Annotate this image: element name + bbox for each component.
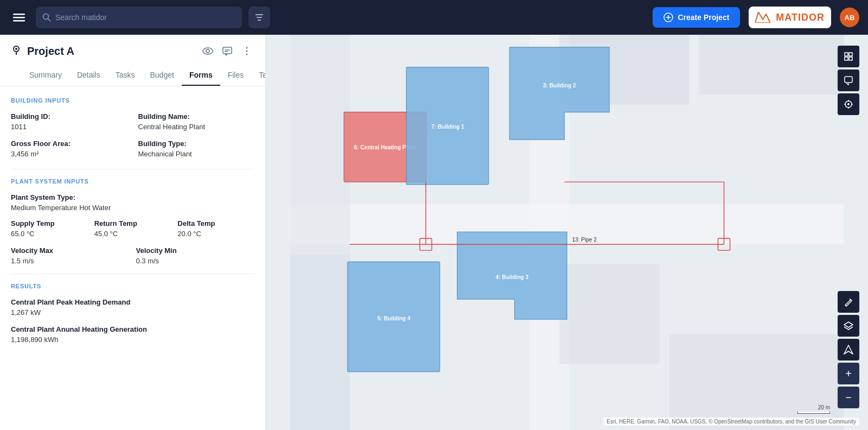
svg-point-22 [246,54,248,55]
logo-text: MATIDOR [776,12,825,23]
map-navigate-button[interactable] [838,339,859,361]
svg-rect-28 [699,35,844,94]
create-project-button[interactable]: Create Project [653,7,740,28]
svg-rect-2 [13,20,25,22]
svg-line-4 [48,19,51,22]
project-name: Project A [27,45,195,58]
tab-details[interactable]: Details [69,65,108,86]
peak-heating-value: 1,267 kW [11,308,254,317]
plant-system-inputs-label: PLANT SYSTEM INPUTS [11,178,254,185]
supply-temp-field: Supply Temp 65.0 °C [11,219,88,238]
building-name-field: Building Name: Central Heating Plant [138,112,255,131]
building-name-value: Central Heating Plant [138,123,255,131]
plant-system-type-label: Plant System Type: [11,193,254,201]
divider-1 [11,169,254,169]
building-id-value: 1011 [11,123,127,131]
plant-system-type-value: Medium Temperature Hot Water [11,204,254,212]
plant-system-type-field: Plant System Type: Medium Temperature Ho… [11,193,254,212]
nav-right: Create Project MATIDOR AB [653,7,859,28]
peak-heating-item: Central Plant Peak Heating Demand 1,267 … [11,298,254,317]
vel-grid: Velocity Max 1.5 m/s Velocity Min 0.3 m/… [11,246,254,265]
hamburger-button[interactable] [9,7,29,28]
svg-rect-31 [290,254,350,430]
building-type-field: Building Type: Mechanical Plant [138,140,255,158]
building-id-field: Building ID: 1011 [11,112,127,131]
map-comment-button[interactable] [838,69,859,91]
filter-icon [254,12,264,22]
scale-label: 20 m [818,404,830,410]
map-controls-top [838,46,859,115]
svg-text:7: Building 1: 7: Building 1 [431,124,464,130]
map-zoom-extent-button[interactable] [838,46,859,67]
velocity-max-value: 1.5 m/s [11,257,130,265]
more-options-button[interactable] [239,43,254,59]
results-label: RESULTS [11,283,254,289]
collapse-sidebar-button[interactable] [265,62,266,94]
filter-button[interactable] [248,7,270,28]
annual-heating-item: Central Plant Anunal Heating Generation … [11,325,254,344]
map-locate-button[interactable] [838,93,859,115]
svg-text:4: Building 3: 4: Building 3 [496,274,529,280]
map-layers-button[interactable] [838,315,859,337]
velocity-min-label: Velocity Min [136,246,255,255]
tab-summary[interactable]: Summary [22,65,69,86]
tab-forms[interactable]: Forms [182,65,220,86]
matidor-logo-icon [755,12,770,23]
svg-point-15 [203,48,213,54]
return-temp-label: Return Temp [94,219,171,227]
sidebar-content: BUILDING INPUTS Building ID: 1011 Buildi… [0,86,265,430]
svg-rect-54 [845,77,852,83]
svg-text:3: Building 2: 3: Building 2 [543,83,576,88]
svg-rect-51 [849,53,852,56]
building-name-label: Building Name: [138,112,255,121]
return-temp-field: Return Temp 45.0 °C [94,219,171,238]
svg-rect-53 [849,57,852,60]
map-zoom-out-button[interactable]: − [838,387,859,408]
eye-button[interactable] [200,43,215,59]
building-type-label: Building Type: [138,140,255,148]
svg-rect-1 [13,17,25,18]
scale-bar-line [797,412,830,414]
project-actions [200,43,254,59]
tab-files[interactable]: Files [220,65,252,86]
return-temp-value: 45.0 °C [94,230,171,238]
gross-floor-area-label: Gross Floor Area: [11,140,127,148]
main-content: Project A [0,35,868,430]
svg-point-16 [206,49,209,53]
delta-temp-label: Delta Temp [177,219,254,227]
tab-tasks[interactable]: Tasks [108,65,143,86]
divider-2 [11,274,254,274]
plus-cursor-icon [663,12,673,22]
sidebar-panel: Project A [0,35,266,430]
annual-heating-value: 1,198,890 kWh [11,336,254,344]
gross-floor-area-field: Gross Floor Area: 3,456 m² [11,140,127,158]
map-edit-button[interactable] [838,291,859,313]
peak-heating-label: Central Plant Peak Heating Demand [11,298,254,306]
map-scale-bar: 20 m [797,404,830,414]
svg-text:13: Pipe 2: 13: Pipe 2 [572,237,597,243]
search-input[interactable] [55,13,235,22]
pin-icon [11,45,22,58]
map-zoom-in-button[interactable]: + [838,363,859,384]
tabs: Summary Details Tasks Budget Forms Files… [11,65,254,86]
tab-team[interactable]: Team [251,65,266,86]
svg-rect-29 [559,264,659,364]
velocity-min-value: 0.3 m/s [136,257,255,265]
svg-point-21 [246,50,248,52]
map-attribution: Esri, HERE, Garmin, FAO, NOAA, USGS, © O… [603,418,859,426]
annual-heating-label: Central Plant Anunal Heating Generation [11,325,254,333]
svg-marker-62 [844,345,853,354]
comment-button[interactable] [220,43,235,59]
delta-temp-value: 20.0 °C [177,230,254,238]
tab-budget[interactable]: Budget [143,65,182,86]
svg-rect-50 [845,53,848,56]
building-type-value: Mechanical Plant [138,150,255,158]
velocity-min-field: Velocity Min 0.3 m/s [136,246,255,265]
map-svg: 6: Central Heating Plant 7: Building 1 3… [266,35,868,430]
map-area[interactable]: 6: Central Heating Plant 7: Building 1 3… [266,35,868,430]
svg-text:5: Building 4: 5: Building 4 [378,315,411,321]
avatar: AB [840,8,859,27]
velocity-max-label: Velocity Max [11,246,130,255]
temp-grid: Supply Temp 65.0 °C Return Temp 45.0 °C … [11,219,254,238]
project-header: Project A [0,35,265,86]
